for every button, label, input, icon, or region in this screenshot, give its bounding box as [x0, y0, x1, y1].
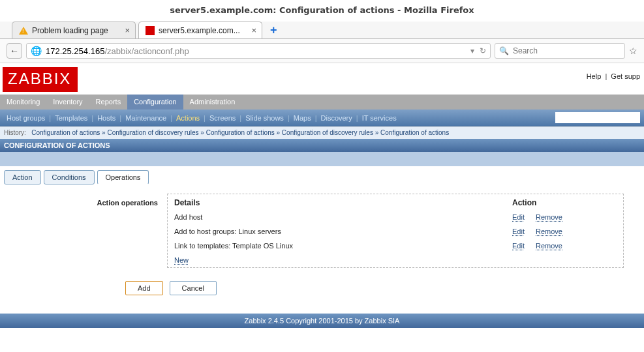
breadcrumb-item[interactable]: Configuration of actions [31, 129, 100, 136]
zabbix-logo[interactable]: ZABBIX [3, 67, 78, 92]
nav-reports[interactable]: Reports [89, 95, 128, 110]
subnav-hosts[interactable]: Hosts [95, 114, 118, 122]
subnav-screens[interactable]: Screens [207, 114, 238, 122]
nav-administration[interactable]: Administration [183, 95, 242, 110]
browser-search-bar[interactable]: 🔍 [495, 43, 625, 59]
op-detail: Add to host groups: Linux servers [168, 224, 506, 239]
url-path: /zabbix/actionconf.php [104, 46, 189, 56]
tabs-row: Action Conditions Operations [0, 166, 644, 188]
url-bar[interactable]: 🌐 172.25.254.165/zabbix/actionconf.php ▾… [26, 43, 491, 59]
subnav-maintenance[interactable]: Maintenance [123, 114, 169, 122]
warning-icon [19, 27, 28, 35]
address-toolbar: ← 🌐 172.25.254.165/zabbix/actionconf.php… [0, 39, 644, 63]
new-tab-button[interactable]: + [265, 24, 283, 38]
browser-search-input[interactable] [512, 46, 621, 56]
operations-box: Details Action Add host Edit Remove Add … [167, 194, 624, 268]
url-host: 172.25.254.165 [46, 46, 104, 56]
breadcrumb-item[interactable]: Configuration of discovery rules [282, 129, 373, 136]
subnav-maps[interactable]: Maps [291, 114, 314, 122]
nav-monitoring[interactable]: Monitoring [0, 95, 46, 110]
edit-link[interactable]: Edit [512, 213, 525, 221]
table-row: Link to templates: Template OS Linux Edi… [168, 239, 623, 253]
subnav-slide-shows[interactable]: Slide shows [243, 114, 286, 122]
form-area: Action operations Details Action Add hos… [0, 188, 644, 277]
form-buttons: Add Cancel [0, 277, 644, 304]
sub-nav: Host groups| Templates| Hosts| Maintenan… [0, 110, 644, 126]
breadcrumb-item[interactable]: Configuration of discovery rules [107, 129, 198, 136]
footer: Zabbix 2.4.5 Copyright 2001-2015 by Zabb… [0, 314, 644, 328]
tab-operations[interactable]: Operations [97, 170, 149, 184]
browser-tab-strip: Problem loading page × server5.example.c… [0, 22, 644, 39]
breadcrumb: History: Configuration of actions » Conf… [0, 126, 644, 139]
nav-configuration[interactable]: Configuration [127, 95, 183, 110]
back-button[interactable]: ← [7, 43, 22, 59]
get-support-link[interactable]: Get supp [611, 72, 640, 80]
zabbix-favicon [146, 26, 155, 35]
globe-icon: 🌐 [31, 46, 42, 56]
header-spacer [0, 152, 644, 166]
table-row: Add to host groups: Linux servers Edit R… [168, 224, 623, 239]
remove-link[interactable]: Remove [536, 227, 562, 235]
new-operation-link[interactable]: New [174, 256, 189, 264]
col-action: Action [506, 194, 623, 210]
browser-tab-label: Problem loading page [32, 26, 108, 35]
dropdown-icon[interactable]: ▾ [470, 46, 474, 55]
zabbix-search-input[interactable] [555, 112, 640, 123]
main-nav: Monitoring Inventory Reports Configurati… [0, 95, 644, 110]
remove-link[interactable]: Remove [536, 242, 562, 250]
help-link[interactable]: Help [587, 72, 602, 80]
close-icon[interactable]: × [125, 26, 130, 35]
bookmark-star-icon[interactable]: ☆ [629, 46, 637, 56]
page-title: CONFIGURATION OF ACTIONS [0, 139, 644, 152]
op-detail: Link to templates: Template OS Linux [168, 239, 506, 253]
breadcrumb-item[interactable]: Configuration of actions [380, 129, 449, 136]
action-operations-label: Action operations [8, 194, 158, 207]
table-row: Add host Edit Remove [168, 210, 623, 224]
breadcrumb-label: History: [4, 129, 26, 136]
browser-tab[interactable]: server5.example.com... × [138, 22, 262, 38]
top-right-links: Help | Get supp [587, 72, 640, 80]
browser-tab[interactable]: Problem loading page × [12, 22, 136, 38]
subnav-host-groups[interactable]: Host groups [4, 114, 48, 122]
tab-conditions[interactable]: Conditions [44, 170, 95, 184]
reload-icon[interactable]: ↻ [480, 46, 486, 55]
subnav-it-services[interactable]: IT services [360, 114, 399, 122]
add-button[interactable]: Add [125, 281, 163, 295]
breadcrumb-item[interactable]: Configuration of actions [206, 129, 275, 136]
op-detail: Add host [168, 210, 506, 224]
remove-link[interactable]: Remove [536, 213, 562, 221]
footer-link[interactable]: Zabbix 2.4.5 Copyright 2001-2015 by Zabb… [245, 317, 400, 325]
cancel-button[interactable]: Cancel [170, 281, 217, 295]
subnav-actions[interactable]: Actions [174, 114, 202, 122]
window-title: server5.example.com: Configuration of ac… [0, 0, 644, 22]
subnav-discovery[interactable]: Discovery [318, 114, 355, 122]
subnav-templates[interactable]: Templates [52, 114, 90, 122]
edit-link[interactable]: Edit [512, 242, 525, 250]
browser-tab-label: server5.example.com... [159, 26, 240, 35]
edit-link[interactable]: Edit [512, 227, 525, 235]
arrow-left-icon: ← [10, 46, 19, 56]
nav-inventory[interactable]: Inventory [46, 95, 89, 110]
close-icon[interactable]: × [251, 26, 256, 35]
col-details: Details [168, 194, 506, 210]
tab-action[interactable]: Action [4, 170, 41, 184]
search-icon: 🔍 [499, 46, 509, 55]
